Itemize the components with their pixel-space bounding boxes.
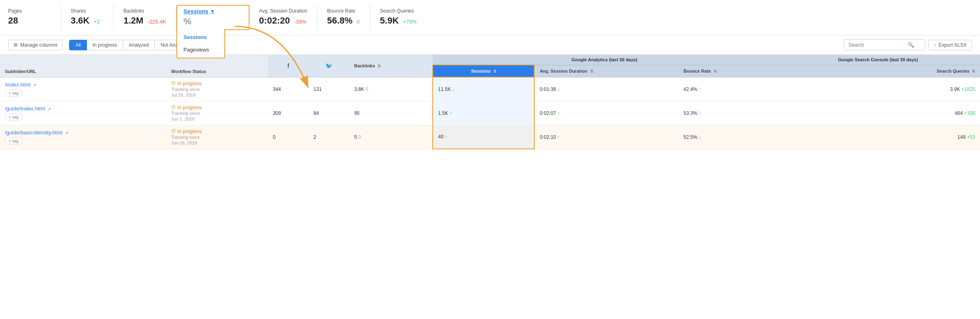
metric-sessions: Sessions ▼ % Sessions Pageviews bbox=[176, 5, 249, 30]
cell-workflow-3: ⏱ In progress Tracking since Jun 26, 201… bbox=[166, 125, 268, 149]
cell-backlinks-1: 3.8K 0 bbox=[349, 77, 433, 101]
tracking-since-1: Tracking since bbox=[171, 87, 200, 92]
toolbar: ⚙ Manage columns All In progress Analyze… bbox=[0, 35, 980, 55]
search-input[interactable] bbox=[848, 42, 905, 48]
metric-pages: Pages 28 bbox=[8, 5, 61, 30]
cell-tw-1: 131 bbox=[309, 77, 349, 101]
bounce-rate-label: Bounce Rate bbox=[327, 8, 360, 14]
export-icon: ↑ bbox=[934, 42, 936, 48]
cell-bounce-rate-2: 53.3% ↑ bbox=[679, 101, 776, 125]
metrics-bar: Pages 28 Shares 3.6K +2 Backlinks 1.2M -… bbox=[0, 0, 980, 35]
cell-workflow-2: ⏱ In progress Tracking since Jun 1, 2020 bbox=[166, 101, 268, 125]
avg-session-sort-icon[interactable]: ⇅ bbox=[590, 69, 593, 73]
search-icon: 🔍 bbox=[908, 42, 914, 48]
chevron-down-icon: ▼ bbox=[210, 9, 215, 14]
avg-session-value: 0:02:20 -33% bbox=[259, 15, 308, 26]
pages-value: 28 bbox=[8, 15, 51, 26]
toolbar-right: 🔍 ↑ Export XLSX bbox=[844, 39, 972, 50]
cell-tw-2: 84 bbox=[309, 101, 349, 125]
col-header-avg-session[interactable]: Avg. Session Duration ⇅ bbox=[534, 65, 679, 77]
sessions-value: % bbox=[184, 16, 242, 27]
cell-url-2: /guide/index.html ↗ + tag bbox=[0, 101, 166, 125]
external-link-icon-2: ↗ bbox=[48, 107, 51, 111]
cell-bounce-rate-1: 42.4% ↑ bbox=[679, 77, 776, 101]
filter-tab-inprogress[interactable]: In progress bbox=[87, 40, 123, 50]
tracking-since-3: Tracking since bbox=[171, 135, 200, 140]
sessions-dropdown-menu: Sessions Pageviews bbox=[176, 29, 225, 58]
metric-avg-session: Avg. Session Duration 0:02:20 -33% bbox=[249, 5, 318, 30]
data-table: Subfolder/URL Workflow Status f 🐦 Backli… bbox=[0, 55, 980, 149]
filter-tab-all[interactable]: All bbox=[69, 40, 87, 50]
col-header-bounce-rate[interactable]: Bounce Rate ⇅ bbox=[679, 65, 776, 77]
sessions-sort-icon[interactable]: ⇅ bbox=[493, 69, 497, 73]
plus-icon-2: + bbox=[9, 114, 11, 119]
sessions-dropdown-btn[interactable]: Sessions ▼ bbox=[184, 8, 242, 15]
cell-workflow-1: ⏱ In progress Tracking since Jul 29, 201… bbox=[166, 77, 268, 101]
table-group-header-row: Subfolder/URL Workflow Status f 🐦 Backli… bbox=[0, 55, 980, 65]
export-button[interactable]: ↑ Export XLSX bbox=[928, 40, 972, 50]
filter-tab-analyzed[interactable]: Analyzed bbox=[123, 40, 155, 50]
cell-fb-1: 344 bbox=[268, 77, 308, 101]
metric-shares: Shares 3.6K +2 bbox=[61, 5, 114, 30]
col-group-gsc: Google Search Console (last 30 days) bbox=[776, 55, 980, 65]
cell-fb-2: 309 bbox=[268, 101, 308, 125]
pages-label: Pages bbox=[8, 8, 51, 14]
col-group-ga: Google Analytics (last 30 days) bbox=[433, 55, 776, 65]
search-queries-label: Search Queries bbox=[380, 8, 416, 14]
tracking-date-3: Jun 26, 2019 bbox=[171, 140, 197, 145]
search-queries-value: 5.9K +70% bbox=[380, 15, 416, 26]
metric-bounce-rate: Bounce Rate 56.8% 0 bbox=[317, 5, 370, 30]
cell-search-queries-2: 464 +100 bbox=[776, 101, 980, 125]
bounce-rate-sort-icon[interactable]: ⇅ bbox=[713, 69, 717, 73]
url-link-3[interactable]: /guide/basic/density.html ↗ bbox=[5, 129, 68, 136]
search-queries-sort-icon[interactable]: ⇅ bbox=[972, 69, 975, 73]
cell-tw-3: 2 bbox=[309, 125, 349, 149]
cell-avg-session-2: 0:02:07 ↑ bbox=[534, 101, 679, 125]
sessions-option-pageviews[interactable]: Pageviews bbox=[177, 43, 224, 56]
add-tag-button-3[interactable]: + tag bbox=[5, 137, 22, 144]
url-link-2[interactable]: /guide/index.html ↗ bbox=[5, 106, 51, 112]
cell-sessions-1: 11.5K ↓ bbox=[433, 77, 534, 101]
col-header-backlinks: Backlinks ⇅ bbox=[349, 55, 433, 77]
col-header-tw: 🐦 bbox=[309, 55, 349, 77]
backlinks-value: 1.2M -225.4K bbox=[124, 15, 166, 26]
external-link-icon-1: ↗ bbox=[33, 83, 36, 87]
external-link-icon-3: ↗ bbox=[65, 131, 68, 135]
col-header-search-queries[interactable]: Search Queries ⇅ bbox=[776, 65, 980, 77]
backlinks-sort-icon[interactable]: ⇅ bbox=[377, 64, 381, 68]
sessions-option-sessions[interactable]: Sessions bbox=[177, 31, 224, 43]
cell-fb-3: 0 bbox=[268, 125, 308, 149]
table-row: /guide/basic/density.html ↗ + tag ⏱ In p… bbox=[0, 125, 980, 149]
cell-backlinks-3: 5 0 bbox=[349, 125, 433, 149]
add-tag-button-2[interactable]: + tag bbox=[5, 113, 22, 121]
avg-session-change: -33% bbox=[294, 19, 306, 25]
cell-url-3: /guide/basic/density.html ↗ + tag bbox=[0, 125, 166, 149]
cell-backlinks-2: 95 bbox=[349, 101, 433, 125]
table-row: /index.html ↗ + tag ⏱ In progress Tracki… bbox=[0, 77, 980, 101]
gear-icon: ⚙ bbox=[13, 42, 18, 48]
workflow-status-1: ⏱ In progress bbox=[171, 81, 202, 86]
url-link-1[interactable]: /index.html ↗ bbox=[5, 82, 36, 88]
manage-columns-button[interactable]: ⚙ Manage columns bbox=[8, 40, 63, 50]
backlinks-label: Backlinks bbox=[124, 8, 166, 14]
tracking-since-2: Tracking since bbox=[171, 111, 200, 116]
search-box[interactable]: 🔍 bbox=[844, 39, 925, 50]
shares-value: 3.6K +2 bbox=[71, 15, 104, 26]
col-header-sessions[interactable]: Sessions ⇅ bbox=[433, 65, 534, 77]
shares-label: Shares bbox=[71, 8, 104, 14]
cell-search-queries-3: 149 +53 bbox=[776, 125, 980, 149]
cell-sessions-3: 40 ↑ bbox=[433, 125, 534, 149]
cell-avg-session-3: 0:02:10 ↑ bbox=[534, 125, 679, 149]
add-tag-button-1[interactable]: + tag bbox=[5, 89, 22, 97]
data-table-container: Subfolder/URL Workflow Status f 🐦 Backli… bbox=[0, 55, 980, 149]
col-header-fb: f bbox=[268, 55, 308, 77]
cell-avg-session-1: 0:01:38 ↓ bbox=[534, 77, 679, 101]
tracking-date-1: Jul 29, 2019 bbox=[171, 93, 195, 97]
cell-search-queries-1: 3.9K +1825 bbox=[776, 77, 980, 101]
metric-search-queries: Search Queries 5.9K +70% bbox=[370, 5, 426, 30]
avg-session-label: Avg. Session Duration bbox=[259, 8, 308, 14]
col-header-subfolder: Subfolder/URL bbox=[0, 55, 166, 77]
plus-icon-1: + bbox=[9, 91, 11, 95]
tracking-date-2: Jun 1, 2020 bbox=[171, 116, 195, 121]
bounce-rate-change: 0 bbox=[357, 19, 360, 25]
